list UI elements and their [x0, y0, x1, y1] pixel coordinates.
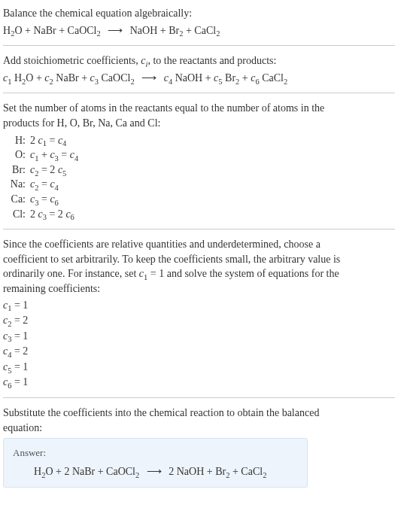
element-equation: 2 c3 = 2 c6 [30, 207, 74, 222]
stoich-intro: Add stoichiometric coefficients, ci, to … [3, 53, 395, 68]
text-line: remaining coefficients: [3, 281, 395, 296]
element-equation: c3 = c6 [30, 192, 59, 207]
coeff-line: c3 = 1 [3, 329, 395, 344]
answer-box: Answer: H2O + 2 NaBr + CaOCl2 ⟶ 2 NaOH +… [3, 438, 308, 488]
element-equation: c1 + c3 = c4 [30, 147, 78, 163]
intro-text: Balance the chemical equation algebraica… [3, 6, 395, 21]
atoms-section: Set the number of atoms in the reactants… [3, 101, 395, 221]
element-label: Br: [5, 163, 26, 178]
coeff-line: c6 = 1 [3, 375, 395, 390]
atoms-row: Na: c2 = c4 [5, 177, 395, 192]
atoms-row: H: 2 c1 = c4 [5, 133, 395, 148]
element-label: Na: [5, 177, 26, 192]
element-label: Ca: [5, 192, 26, 207]
unbalanced-equation: H2O + NaBr + CaOCl2 ⟶ NaOH + Br2 + CaCl2 [3, 23, 395, 38]
arrow-icon: ⟶ [141, 71, 156, 86]
atoms-row: Br: c2 = 2 c5 [5, 163, 395, 178]
stoich-section: Add stoichiometric coefficients, ci, to … [3, 53, 395, 85]
text-line: ordinarily one. For instance, set c1 = 1… [3, 266, 395, 281]
coeff-equation: c1 H2O + c2 NaBr + c3 CaOCl2 ⟶ c4 NaOH +… [3, 71, 395, 86]
element-equation: c2 = 2 c5 [30, 163, 66, 178]
coeff-line: c2 = 2 [3, 313, 395, 328]
divider [3, 93, 395, 93]
atoms-intro-line2: products for H, O, Br, Na, Ca and Cl: [3, 116, 395, 131]
rhs-text: NaOH + Br2 + CaCl2 [130, 25, 220, 36]
coeff-line: c5 = 1 [3, 360, 395, 375]
arrow-icon: ⟶ [147, 464, 162, 479]
element-label: H: [5, 133, 26, 148]
intro-section: Balance the chemical equation algebraica… [3, 6, 395, 38]
text-line: Since the coefficients are relative quan… [3, 237, 395, 252]
divider [3, 397, 395, 398]
atoms-row: O: c1 + c3 = c4 [5, 147, 395, 163]
balanced-equation: H2O + 2 NaBr + CaOCl2 ⟶ 2 NaOH + Br2 + C… [13, 464, 298, 479]
text-line: coefficient to set arbitrarily. To keep … [3, 252, 395, 267]
arrow-icon: ⟶ [108, 23, 123, 38]
coeff-line: c4 = 2 [3, 344, 395, 359]
divider [3, 229, 395, 230]
underdetermined-section: Since the coefficients are relative quan… [3, 237, 395, 390]
element-label: Cl: [5, 207, 26, 222]
coeff-line: c1 = 1 [3, 298, 395, 313]
text-line: Substitute the coefficients into the che… [3, 406, 395, 421]
element-equation: 2 c1 = c4 [30, 133, 66, 148]
atoms-row: Cl: 2 c3 = 2 c6 [5, 207, 395, 222]
substitute-section: Substitute the coefficients into the che… [3, 406, 395, 488]
text-line: equation: [3, 421, 395, 436]
atoms-table: H: 2 c1 = c4 O: c1 + c3 = c4 Br: c2 = 2 … [5, 133, 395, 222]
coefficients-list: c1 = 1 c2 = 2 c3 = 1 c4 = 2 c5 = 1 c6 = … [3, 298, 395, 391]
atoms-row: Ca: c3 = c6 [5, 192, 395, 207]
lhs-text: H2O + NaBr + CaOCl2 [3, 25, 101, 36]
answer-label: Answer: [13, 446, 298, 460]
divider [3, 45, 395, 46]
element-equation: c2 = c4 [30, 177, 59, 192]
element-label: O: [5, 147, 26, 163]
atoms-intro-line1: Set the number of atoms in the reactants… [3, 101, 395, 116]
